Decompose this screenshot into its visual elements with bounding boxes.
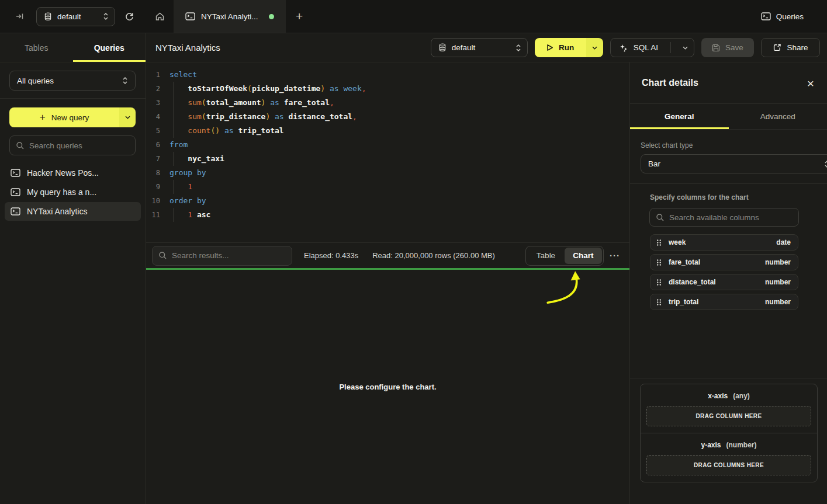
query-item-label: NYTaxi Analytics [27,207,87,216]
queries-nav-button[interactable]: Queries [761,12,804,21]
indent-guide [173,124,174,138]
sql-ai-button[interactable]: SQL AI [610,38,694,57]
chart-area: Please configure the chart. [146,270,629,504]
read-stat: Read: 20,000,000 rows (260.00 MB) [372,251,495,260]
sidebar-tab-queries[interactable]: Queries [73,33,146,62]
queries-nav-label: Queries [776,12,804,21]
column-row-distance-total[interactable]: distance_total number [650,274,798,290]
column-name: trip_total [669,298,698,306]
line-number: 9 [146,180,160,194]
indent-guide [173,208,174,222]
query-title: NYTaxi Analytics [155,43,220,53]
view-toggle-table[interactable]: Table [527,248,565,264]
results-more-button[interactable]: ··· [610,251,620,260]
search-icon [16,141,25,150]
topbar-database-value: default [57,12,98,21]
y-axis-label: y-axis [701,441,721,449]
code-line: 6from [146,138,629,152]
x-axis-dropzone[interactable]: DRAG COLUMN HERE [646,406,811,426]
column-row-fare-total[interactable]: fare_total number [650,254,798,270]
query-list-item[interactable]: My query has a n... [5,183,141,201]
code-line: 8group by [146,166,629,180]
query-list-item-active[interactable]: NYTaxi Analytics [5,202,141,221]
y-axis-dropzone-label: DRAG COLUMNS HERE [694,462,764,468]
new-tab-button[interactable]: + [286,0,313,33]
collapse-sidebar-button[interactable] [12,8,28,25]
refresh-button[interactable] [121,8,138,25]
topbar-left: default [0,0,146,33]
close-icon: × [807,77,814,90]
axes-box: x-axis (any) DRAG COLUMN HERE [640,384,818,482]
sidebar-divider [0,98,146,99]
drag-handle-icon[interactable] [656,259,662,266]
query-filter-select[interactable]: All queries [9,71,136,91]
run-caret-button[interactable] [586,38,603,57]
play-icon [546,44,553,51]
line-number: 10 [146,194,160,208]
save-button[interactable]: Save [701,38,754,57]
indent-guide [173,82,174,96]
app-root: default [0,0,827,504]
x-axis-dropzone-label: DRAG COLUMN HERE [695,413,762,419]
y-axis-hint: (number) [726,441,757,449]
shell: Tables Queries All queries + New quer [0,33,827,504]
panel-title: Chart details [642,78,698,88]
share-button[interactable]: Share [761,38,820,57]
chart-type-select[interactable]: Bar [641,154,827,173]
results-toolbar: Elapsed: 0.433s Read: 20,000,000 rows (2… [146,242,629,268]
query-list-item[interactable]: Hacker News Pos... [5,164,141,182]
query-terminal-icon [185,12,195,20]
new-query-caret-button[interactable] [119,107,136,127]
query-terminal-icon [11,207,20,215]
panel-divider [630,183,827,184]
drag-handle-icon[interactable] [656,239,662,246]
sidebar-tab-tables[interactable]: Tables [0,33,73,62]
column-row-trip-total[interactable]: trip_total number [650,294,798,310]
query-filter-value: All queries [17,77,117,85]
query-search-input[interactable] [29,141,129,150]
columns-search-input[interactable] [669,213,793,222]
save-label: Save [725,43,743,52]
sparkles-icon [619,43,628,53]
sidebar: Tables Queries All queries + New quer [0,33,146,504]
ellipsis-icon: ··· [610,251,620,260]
view-toggle-chart[interactable]: Chart [565,248,602,264]
query-item-label: Hacker News Pos... [27,168,99,178]
x-axis-hint: (any) [733,392,750,400]
share-label: Share [787,43,808,52]
tab-nytaxi-analytics[interactable]: NYTaxi Analyti... [174,0,286,33]
panel-tab-general[interactable]: General [630,104,729,129]
unsaved-changes-dot [269,14,274,19]
results-search-input[interactable] [172,251,286,260]
editor-database-select[interactable]: default [431,38,528,57]
run-label: Run [559,43,574,52]
columns-search [649,208,799,227]
topbar-database-select[interactable]: default [36,7,115,26]
database-icon [438,43,447,52]
code-line: 1select [146,68,629,82]
chevron-up-down-icon [515,44,521,52]
collapse-sidebar-icon [15,12,25,21]
y-axis-dropzone[interactable]: DRAG COLUMNS HERE [646,455,811,475]
plus-icon: + [40,112,46,123]
new-query-label: New query [51,113,89,122]
chevron-up-down-icon [824,160,827,168]
drag-handle-icon[interactable] [656,279,662,286]
sql-editor[interactable]: 1select2 toStartOfWeek(pickup_datetime) … [146,62,629,242]
panel-tab-advanced[interactable]: Advanced [729,104,827,129]
query-item-label: My query has a n... [27,187,96,197]
close-panel-button[interactable]: × [807,77,814,89]
main-area: NYTaxi Analytics default [146,33,827,504]
home-button[interactable] [146,0,174,33]
panel-body: Select chart type Bar Specify columns fo… [630,130,827,504]
drag-handle-icon[interactable] [656,298,662,306]
run-button[interactable]: Run [535,38,586,57]
new-query-button[interactable]: + New query [9,107,119,127]
line-number: 6 [146,138,160,152]
tab-strip: NYTaxi Analyti... + [146,0,761,33]
indent-guide [173,96,174,110]
tab-label: NYTaxi Analyti... [201,12,258,21]
main-body: 1select2 toStartOfWeek(pickup_datetime) … [146,62,827,504]
column-row-week[interactable]: week date [650,234,798,251]
sql-ai-label: SQL AI [634,43,658,52]
